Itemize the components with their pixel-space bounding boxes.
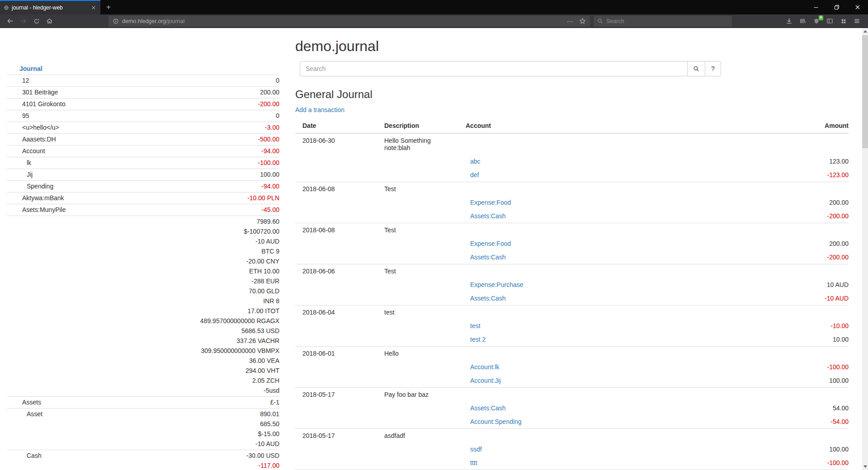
sidebar-account-link[interactable]: lk [7,158,31,168]
bookmark-star-icon[interactable] [579,18,586,24]
sidebar-account-link[interactable]: Cash [7,451,42,461]
posting-account-link[interactable]: Expense:Food [470,240,511,247]
posting-account-cell: Account:Jij [458,374,749,388]
grid-icon[interactable] [837,15,850,27]
posting-account-link[interactable]: Account:lk [470,363,500,371]
sidebar-account-link[interactable]: Jij [7,169,33,179]
posting-account-link[interactable]: Account:Jij [470,377,501,384]
empty-cell [295,155,377,168]
home-button[interactable] [43,15,56,27]
posting-account-link[interactable]: def [470,171,479,179]
sidebar-toggle-icon[interactable] [823,15,836,27]
posting-row: test-10.00 [295,319,849,333]
add-transaction-link[interactable]: Add a transaction [295,106,344,113]
sidebar-account-link[interactable]: Spending [7,181,53,191]
scroll-up-arrow-icon[interactable] [862,28,868,35]
sidebar-account-link[interactable]: 95 [7,111,29,121]
journal-search-input[interactable] [300,61,688,76]
sidebar-account-link[interactable]: Asets:MunyPile [7,205,66,215]
sidebar-account-link[interactable]: Aaasets:DH [7,134,56,144]
empty-cell [749,182,849,196]
posting-account-link[interactable]: test [470,322,481,329]
search-help-button[interactable]: ? [705,61,721,76]
posting-account-link[interactable]: Expense:Food [470,199,511,206]
browser-search-input[interactable] [606,18,728,24]
empty-cell [749,264,849,278]
sidebar: Journal 120301 Beiträge200.004101 Giroko… [7,63,279,470]
reload-icon[interactable] [30,15,43,27]
library-icon[interactable] [796,15,809,27]
posting-account-link[interactable]: Assets:Cash [470,404,506,412]
balance-amount: 294.00 VHT [245,366,279,376]
posting-account-cell: test 2 [458,333,749,347]
posting-account-link[interactable]: Expense:Purchase [470,281,524,288]
balance-amount: 36.00 VEA [249,356,279,366]
tab-close-icon[interactable] [90,5,97,11]
balance-amount: ETH 10.00 [249,266,279,276]
empty-cell [377,278,458,291]
journal-search-button[interactable] [687,61,705,76]
sidebar-account-link[interactable]: Aktywa:mBank [7,193,64,203]
sidebar-account-balance: -94.00 [261,181,279,191]
browser-search-field[interactable] [594,16,732,27]
vertical-scrollbar[interactable] [862,28,868,470]
empty-cell [458,429,749,443]
sidebar-account-link[interactable]: Account [7,146,45,156]
sidebar-account-link[interactable]: <u>hello</u> [7,122,59,132]
window-close-button[interactable] [847,0,868,14]
url-bar[interactable]: demo.hledger.org/journal ⋯ [108,16,590,27]
sidebar-account-link[interactable]: Assets [7,397,41,407]
sidebar-account-link[interactable]: Asset [7,409,42,419]
posting-account-cell: Expense:Purchase [458,278,749,291]
empty-cell [749,223,849,237]
posting-account-link[interactable]: abc [470,158,481,165]
sidebar-account-balance: £-1 [270,397,279,407]
extension-icon[interactable]: 0 [810,15,823,27]
balance-amount: 890.01 [260,409,279,419]
posting-row: Account:Spending-54.00 [295,415,849,429]
posting-account-link[interactable]: Assets:Cash [470,212,506,220]
transaction-date: 2018-06-30 [295,133,377,155]
empty-cell [377,209,458,223]
posting-account-link[interactable]: tttt [470,459,477,466]
transaction-date: 2018-06-06 [295,264,377,278]
tab-title: journal - hledger-web [12,5,88,11]
back-button[interactable] [4,15,17,27]
posting-account-link[interactable]: Account:Spending [470,418,522,425]
sidebar-account-row: 4101 Girokonto-200.00 [7,98,279,110]
empty-cell [377,168,458,182]
sidebar-account-link[interactable]: 12 [7,75,29,85]
posting-row: def-123.00 [295,168,849,182]
forward-button[interactable] [17,15,30,27]
site-info-icon[interactable] [113,15,119,27]
empty-cell [295,415,377,429]
balance-amount: 337.26 VACHR [236,336,279,346]
posting-account-cell: abc [458,155,749,168]
sidebar-account-row: Account-94.00 [7,145,279,157]
new-tab-button[interactable]: + [100,0,117,14]
sidebar-account-link[interactable]: 4101 Girokonto [7,99,66,109]
posting-account-link[interactable]: test 2 [470,336,486,343]
menu-hamburger-icon[interactable] [850,15,863,27]
downloads-icon[interactable] [783,15,796,27]
sidebar-account-link[interactable]: 301 Beiträge [7,87,58,97]
posting-row: Assets:Cash-10 AUD [295,291,849,306]
browser-tab[interactable]: journal - hledger-web [0,0,100,14]
posting-amount: 100.00 [749,374,849,388]
transaction-description: Hello Something note:blah [377,133,458,155]
posting-amount: -10.00 [749,319,849,333]
posting-account-link[interactable]: ssdf [470,446,482,453]
sidebar-account-row: 301 Beiträge200.00 [7,86,279,98]
posting-amount: -200.00 [749,250,849,264]
balance-amount: INR 8 [263,296,279,306]
journal-table: Date Description Account Amount 2018-06-… [295,118,849,470]
sidebar-account-balance: -3.00 [265,122,279,132]
posting-account-link[interactable]: Assets:Cash [470,254,506,261]
page-actions-icon[interactable]: ⋯ [567,18,574,24]
scrollbar-thumb[interactable] [862,35,868,148]
posting-account-link[interactable]: Assets:Cash [470,295,506,302]
sidebar-journal-link[interactable]: Journal [7,64,42,74]
window-restore-button[interactable] [826,0,847,14]
window-minimize-button[interactable] [806,0,826,14]
scroll-down-arrow-icon[interactable] [862,463,868,470]
